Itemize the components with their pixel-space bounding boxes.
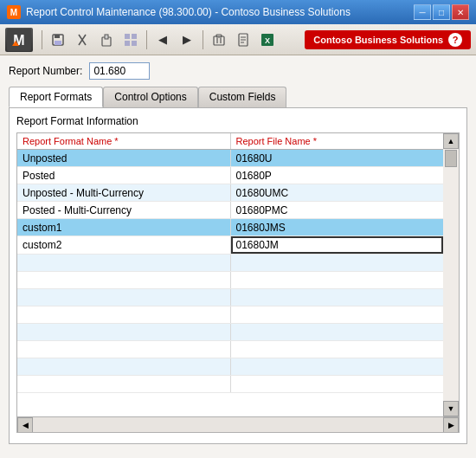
toolbar: M ◀ ▶ X Contoso Business Solutions — [0, 24, 476, 55]
cell-edit-input[interactable] — [231, 236, 444, 254]
cell-file-name[interactable] — [230, 341, 443, 358]
contoso-help-icon — [448, 33, 462, 47]
cell-format-name[interactable] — [17, 376, 230, 393]
cell-format-name[interactable]: custom2 — [17, 236, 230, 255]
horizontal-scrollbar[interactable]: ◀ ▶ — [17, 416, 459, 432]
cell-file-name[interactable]: 01680UMC — [230, 184, 443, 202]
column-header-format-name: Report Format Name * — [17, 133, 230, 150]
svg-rect-12 — [125, 34, 130, 39]
window-title: Report Control Maintenance (98.300.00) -… — [26, 6, 351, 18]
scroll-thumb[interactable] — [445, 150, 457, 167]
h-scroll-track[interactable] — [33, 417, 443, 432]
svg-rect-7 — [55, 41, 61, 45]
cell-file-name[interactable]: 01680P — [230, 167, 443, 184]
svg-rect-11 — [105, 35, 108, 39]
table-row[interactable] — [17, 255, 443, 272]
table-row[interactable] — [17, 289, 443, 306]
svg-rect-15 — [132, 41, 137, 46]
cell-file-name[interactable]: 01680U — [230, 150, 443, 167]
delete-button[interactable] — [209, 29, 229, 50]
main-content: Report Number: Report Formats Control Op… — [0, 55, 476, 458]
cell-file-name[interactable] — [230, 306, 443, 324]
paste-button[interactable] — [96, 29, 117, 50]
data-table-wrapper: ▲ ▼ Report Format Name * Report File Nam… — [16, 132, 460, 433]
grid-button[interactable] — [120, 29, 141, 50]
prev-button[interactable]: ◀ — [152, 29, 173, 50]
table-row[interactable]: custom101680JMS — [17, 219, 443, 236]
scroll-left-button[interactable]: ◀ — [17, 417, 33, 433]
table-row[interactable]: Unposted - Multi-Currency01680UMC — [17, 184, 443, 202]
section-title: Report Format Information — [16, 115, 460, 127]
table-row[interactable]: Posted01680P — [17, 167, 443, 184]
table-body: Unposted01680UPosted01680PUnposted - Mul… — [17, 150, 443, 393]
toolbar-separator-1 — [42, 30, 42, 49]
cell-format-name[interactable] — [17, 255, 230, 272]
excel-button[interactable]: X — [257, 29, 278, 50]
app-icon: M — [7, 5, 21, 19]
table-row[interactable] — [17, 306, 443, 324]
cell-format-name[interactable] — [17, 272, 230, 289]
tab-custom-fields[interactable]: Custom Fields — [198, 87, 287, 107]
table-header-row: Report Format Name * Report File Name * — [17, 133, 443, 150]
cell-file-name[interactable] — [230, 236, 443, 255]
cut-button[interactable] — [72, 29, 93, 50]
cell-format-name[interactable] — [17, 289, 230, 306]
svg-rect-13 — [132, 34, 137, 39]
table-row[interactable]: Posted - Multi-Currency01680PMC — [17, 202, 443, 219]
cell-file-name[interactable]: 01680JMS — [230, 219, 443, 236]
next-button[interactable]: ▶ — [177, 29, 197, 50]
table-row[interactable]: Unposted01680U — [17, 150, 443, 167]
cell-format-name[interactable]: Unposted — [17, 150, 230, 167]
table-row[interactable] — [17, 324, 443, 341]
cell-file-name[interactable] — [230, 358, 443, 376]
cell-format-name[interactable]: Unposted - Multi-Currency — [17, 184, 230, 202]
cell-format-name[interactable] — [17, 324, 230, 341]
cell-file-name[interactable]: 01680PMC — [230, 202, 443, 219]
toolbar-separator-3 — [203, 30, 203, 49]
table-row[interactable]: custom2 — [17, 236, 443, 255]
svg-text:M: M — [10, 8, 17, 17]
svg-rect-6 — [55, 35, 60, 38]
tabs-container: Report Formats Control Options Custom Fi… — [9, 87, 467, 107]
maximize-button[interactable]: □ — [433, 4, 450, 20]
scroll-right-button[interactable]: ▶ — [443, 417, 459, 433]
window-controls: ─ □ ✕ — [414, 4, 469, 20]
contoso-badge: Contoso Business Solutions — [305, 30, 471, 49]
tab-control-options[interactable]: Control Options — [103, 87, 197, 107]
vertical-scrollbar[interactable]: ▲ ▼ — [443, 133, 459, 416]
cell-format-name[interactable]: custom1 — [17, 219, 230, 236]
report-number-input[interactable] — [89, 62, 150, 80]
cell-file-name[interactable] — [230, 255, 443, 272]
report-number-label: Report Number: — [9, 65, 82, 77]
column-header-file-name: Report File Name * — [230, 133, 443, 150]
cell-file-name[interactable] — [230, 289, 443, 306]
table-row[interactable] — [17, 376, 443, 393]
cell-format-name[interactable] — [17, 306, 230, 324]
doc-button[interactable] — [233, 29, 254, 50]
minimize-button[interactable]: ─ — [414, 4, 431, 20]
svg-rect-14 — [125, 41, 130, 46]
tab-report-formats[interactable]: Report Formats — [9, 87, 103, 107]
cell-format-name[interactable] — [17, 358, 230, 376]
cell-format-name[interactable]: Posted — [17, 167, 230, 184]
cell-file-name[interactable] — [230, 324, 443, 341]
scroll-track[interactable] — [443, 149, 459, 401]
cell-file-name[interactable] — [230, 272, 443, 289]
table-row[interactable] — [17, 358, 443, 376]
app-logo: M — [5, 28, 33, 52]
scroll-up-button[interactable]: ▲ — [443, 133, 459, 149]
cell-file-name[interactable] — [230, 376, 443, 393]
table-row[interactable] — [17, 341, 443, 358]
cell-format-name[interactable]: Posted - Multi-Currency — [17, 202, 230, 219]
svg-text:X: X — [265, 36, 270, 45]
table-row[interactable] — [17, 272, 443, 289]
data-table: Report Format Name * Report File Name * … — [17, 133, 443, 393]
toolbar-separator-2 — [146, 30, 147, 49]
report-number-row: Report Number: — [9, 62, 467, 80]
cell-format-name[interactable] — [17, 341, 230, 358]
close-button[interactable]: ✕ — [452, 4, 469, 20]
scroll-down-button[interactable]: ▼ — [443, 401, 459, 416]
title-bar: M Report Control Maintenance (98.300.00)… — [0, 0, 476, 24]
tab-panel-report-formats: Report Format Information ▲ ▼ Report For… — [9, 107, 467, 444]
save-button[interactable] — [48, 29, 68, 50]
